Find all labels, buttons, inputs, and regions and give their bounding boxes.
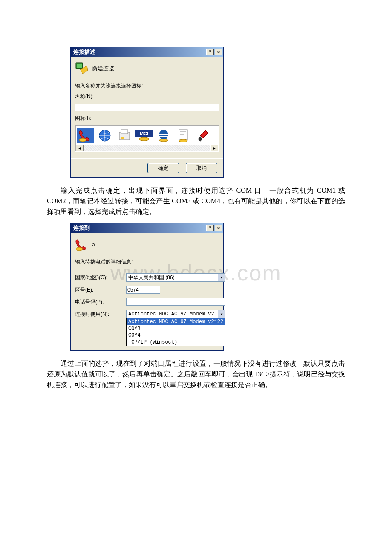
dropdown-option[interactable]: COM4: [127, 332, 225, 339]
att-globe-icon[interactable]: [155, 128, 172, 143]
svg-rect-6: [121, 137, 124, 139]
svg-point-2: [79, 138, 86, 142]
connect-using-value: Actiontec MDC AC'97 Modem v2: [128, 311, 214, 317]
dialog2-titlebar[interactable]: 连接到 ? ×: [71, 223, 223, 233]
dialog2-prompt: 输入待拨电话的详细信息:: [75, 258, 219, 266]
area-code-label: 区号(E):: [75, 286, 126, 294]
connect-using-dropdown[interactable]: Actiontec MDC AC'97 Modem v2122 COM3 COM…: [126, 318, 225, 346]
paragraph-1: 输入完成点击确定，出现下面界面，连接时使用选择 COM 口，一般台式机为 COM…: [47, 185, 345, 217]
chevron-down-icon: ▼: [218, 274, 225, 281]
svg-text:MCI: MCI: [140, 131, 148, 136]
separator: [71, 157, 223, 159]
globe-icon[interactable]: [96, 128, 113, 143]
dialog2-title: 连接到: [73, 224, 205, 232]
connect-using-select[interactable]: Actiontec MDC AC'97 Modem v2 ▼: [126, 310, 225, 318]
dropdown-option[interactable]: TCP/IP (Winsock): [127, 339, 225, 346]
connect-to-dialog: 连接到 ? × a 输入待拨电话的详细信息: 国家(地区)(C): 中华人民共和…: [70, 223, 224, 351]
flashlight-icon[interactable]: [194, 128, 211, 143]
ok-button[interactable]: 确定: [147, 163, 179, 173]
phone-icon: [75, 238, 89, 251]
paragraph-2: 通过上面的选择，现在到了对端口属性进行设置，一般情况下没有进行过修改，默认只要点…: [47, 358, 345, 390]
dropdown-option[interactable]: COM3: [127, 325, 225, 332]
chevron-down-icon: ▼: [218, 310, 225, 318]
country-select[interactable]: 中华人民共和国 (86) ▼: [126, 273, 225, 282]
connect-using-label: 连接时使用(N):: [75, 310, 126, 318]
connection-description-dialog: 连接描述 ? × 新建连接 输入名称并为该连接选择图标: 名称(N):: [70, 47, 224, 178]
area-code-input[interactable]: [126, 286, 160, 294]
scroll-right-icon[interactable]: ►: [210, 145, 218, 152]
name-label: 名称(N):: [75, 93, 219, 100]
dialog1-title: 连接描述: [73, 48, 205, 56]
phone-input[interactable]: [126, 298, 225, 306]
icon-label: 图标(I):: [75, 115, 219, 122]
dialog1-subtitle: 新建连接: [92, 65, 114, 72]
dialog1-prompt: 输入名称并为该连接选择图标:: [75, 82, 219, 90]
icon-selector: MCI ◄ ►: [75, 125, 219, 152]
phone-label: 电话号码(P):: [75, 298, 126, 306]
svg-point-13: [179, 139, 187, 142]
close-icon[interactable]: ×: [215, 49, 222, 55]
fax-icon[interactable]: [116, 128, 133, 143]
svg-point-9: [139, 137, 149, 141]
cancel-button[interactable]: 取消: [186, 163, 217, 173]
phone-red-icon[interactable]: [77, 128, 94, 143]
document-phone-icon[interactable]: [175, 128, 192, 143]
svg-rect-5: [121, 130, 128, 134]
dialog2-icon-caption: a: [92, 242, 95, 248]
svg-point-11: [159, 139, 168, 142]
svg-rect-1: [77, 64, 82, 68]
mci-icon[interactable]: MCI: [135, 128, 153, 143]
country-label: 国家(地区)(C):: [75, 274, 126, 281]
scroll-left-icon[interactable]: ◄: [76, 145, 84, 152]
dialog1-titlebar[interactable]: 连接描述 ? ×: [71, 47, 223, 57]
svg-point-15: [76, 247, 83, 251]
help-icon[interactable]: ?: [206, 225, 214, 231]
icon-scrollbar[interactable]: ◄ ►: [76, 145, 218, 151]
close-icon[interactable]: ×: [215, 225, 222, 231]
dropdown-option[interactable]: Actiontec MDC AC'97 Modem v2122: [127, 318, 225, 325]
country-value: 中华人民共和国 (86): [128, 274, 175, 281]
hyperterminal-icon: [75, 62, 89, 75]
name-input[interactable]: [75, 104, 219, 111]
help-icon[interactable]: ?: [206, 49, 214, 55]
